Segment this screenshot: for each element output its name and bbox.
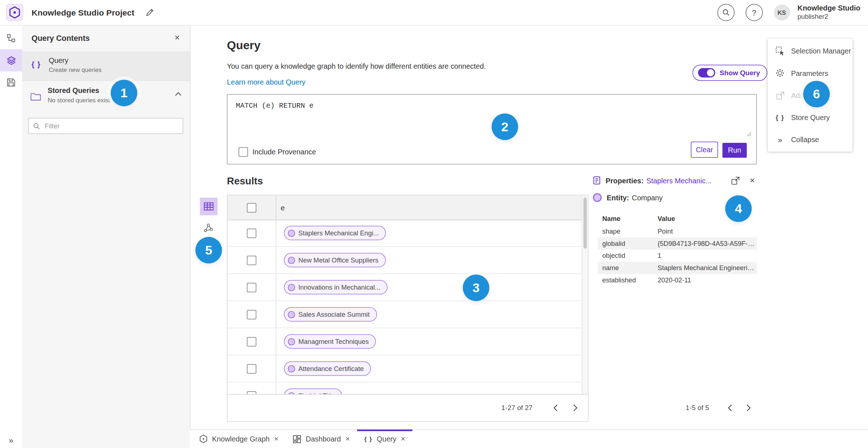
row-checkbox[interactable] — [247, 310, 256, 319]
app-logo-icon[interactable] — [6, 4, 23, 21]
braces-icon: { } — [775, 114, 785, 121]
properties-entity-link[interactable]: Staplers Mechanic... — [646, 176, 727, 185]
property-row: objectid 1 — [598, 249, 757, 262]
edit-title-icon[interactable] — [146, 8, 154, 17]
toggle-switch[interactable] — [698, 68, 715, 77]
chevron-right-icon — [746, 404, 751, 411]
graph-view-button[interactable] — [204, 223, 214, 233]
table-view-button[interactable] — [200, 197, 218, 215]
row-checkbox[interactable] — [247, 282, 256, 292]
show-query-label: Show Query — [720, 69, 760, 77]
entity-chip[interactable]: Innovations in Mechanical... — [284, 280, 387, 294]
property-name: globalid — [598, 240, 658, 247]
resize-handle[interactable] — [746, 131, 752, 137]
properties-pagination: 1-5 of 5 — [592, 400, 760, 416]
tab-close-button[interactable]: × — [345, 435, 350, 443]
include-provenance-checkbox[interactable] — [239, 147, 248, 157]
avatar[interactable]: KS — [774, 4, 790, 20]
property-name: name — [598, 264, 658, 272]
properties-rows: shape Point globalid {5D9B4713-F98D-4A53… — [598, 225, 757, 286]
rail-layers-button[interactable] — [0, 49, 22, 71]
filter-field[interactable] — [28, 118, 183, 134]
stored-queries-label: Stored Queries — [48, 86, 99, 95]
entity-type-icon — [593, 193, 601, 202]
dashboard-icon — [293, 435, 301, 443]
braces-icon: { } — [31, 60, 41, 69]
rail-hierarchy-button[interactable] — [0, 27, 22, 49]
tab-close-button[interactable]: × — [401, 435, 405, 443]
run-button[interactable]: Run — [722, 143, 746, 158]
close-icon: × — [274, 435, 279, 443]
link-chart-icon — [204, 223, 213, 232]
row-checkbox[interactable] — [247, 337, 256, 346]
entity-chip-label: Innovations in Mechanical... — [298, 283, 380, 291]
next-page-button[interactable] — [740, 400, 757, 416]
query-text-input[interactable]: MATCH (e) RETURN e — [236, 102, 314, 110]
expand-rail-button[interactable]: » — [0, 435, 22, 445]
entity-dot-icon — [288, 283, 295, 291]
sidebar-item-query[interactable]: { } Query Create new queries — [22, 51, 190, 80]
add-to-selection-icon[interactable] — [731, 176, 740, 185]
tab-dashboard[interactable]: Dashboard × — [286, 430, 357, 448]
help-button[interactable]: ? — [745, 4, 762, 21]
results-pagination: 1-27 of 27 — [227, 394, 588, 421]
clear-button-label: Clear — [696, 146, 713, 154]
table-row: Firebird Title — [227, 383, 582, 395]
entity-label: Entity: — [607, 193, 629, 202]
properties-close-button[interactable]: × — [748, 175, 757, 185]
entity-dot-icon — [288, 256, 295, 264]
filter-input[interactable] — [44, 121, 178, 130]
search-button[interactable] — [717, 4, 734, 21]
panel-title: Query Contents — [31, 25, 90, 51]
search-icon — [33, 123, 40, 129]
results-range: 1-27 of 27 — [501, 404, 532, 411]
entity-chip[interactable]: Sales Associate Summit — [284, 307, 377, 321]
property-row: globalid {5D9B4713-F98D-4A53-A59F-C11... — [598, 238, 757, 250]
menu-item-collapse[interactable]: » Collapse — [768, 128, 852, 150]
annotation-badge: 4 — [725, 195, 752, 222]
show-query-toggle[interactable]: Show Query — [693, 65, 767, 81]
scrollbar-thumb[interactable] — [583, 197, 587, 248]
menu-item-store-query[interactable]: { } Store Query — [768, 106, 852, 128]
tab-knowledge-graph[interactable]: Knowledge Graph × — [192, 430, 286, 448]
entity-chip[interactable]: Staplers Mechanical Engi... — [284, 226, 386, 240]
tab-label: Dashboard — [306, 435, 341, 443]
prev-page-button[interactable] — [547, 400, 563, 416]
panel-close-button[interactable]: × — [171, 32, 183, 43]
table-scrollbar[interactable] — [582, 195, 588, 394]
menu-item-label: Collapse — [791, 135, 819, 144]
row-checkbox[interactable] — [247, 255, 256, 265]
entity-chip[interactable]: Attendance Certificate — [284, 361, 371, 376]
stored-queries-section[interactable]: Stored Queries No stored queries exist — [22, 80, 190, 113]
avatar-initials: KS — [778, 9, 786, 16]
user-name: Knowledge Studio — [797, 4, 860, 13]
clear-button[interactable]: Clear — [691, 142, 718, 158]
entity-chip[interactable]: New Metal Office Suppliers — [284, 253, 386, 267]
close-icon: × — [345, 435, 350, 443]
annotation-badge: 1 — [111, 80, 137, 106]
prev-page-button[interactable] — [721, 400, 738, 416]
entity-chip[interactable]: Managment Techniques — [284, 334, 376, 349]
chevron-up-icon[interactable] — [175, 92, 182, 96]
add-to-map-icon — [775, 90, 785, 100]
annotation-badge: 2 — [492, 114, 518, 140]
chevron-left-icon — [553, 404, 558, 411]
entity-chip-label: Managment Techniques — [298, 338, 369, 345]
row-checkbox[interactable] — [247, 228, 256, 238]
menu-item-selection-manager[interactable]: Selection Manager — [768, 40, 852, 62]
select-all-checkbox[interactable] — [247, 203, 256, 212]
panel-header: Query Contents × — [22, 25, 190, 51]
tab-query[interactable]: { } Query × — [357, 430, 412, 448]
row-checkbox[interactable] — [247, 364, 256, 373]
close-icon: × — [750, 175, 755, 185]
tab-close-button[interactable]: × — [274, 435, 279, 443]
menu-item-label: Selection Manager — [791, 47, 851, 55]
table-row: Staplers Mechanical Engi... — [227, 220, 582, 247]
menu-item-parameters[interactable]: Parameters — [768, 62, 852, 84]
property-row: established 2020-02-11 — [598, 274, 757, 286]
entity-chip-label: Attendance Certificate — [298, 365, 364, 372]
rail-save-button[interactable] — [0, 71, 22, 93]
annotation-badge: 5 — [195, 237, 222, 263]
learn-more-link[interactable]: Learn more about Query — [227, 78, 306, 86]
next-page-button[interactable] — [567, 400, 583, 416]
